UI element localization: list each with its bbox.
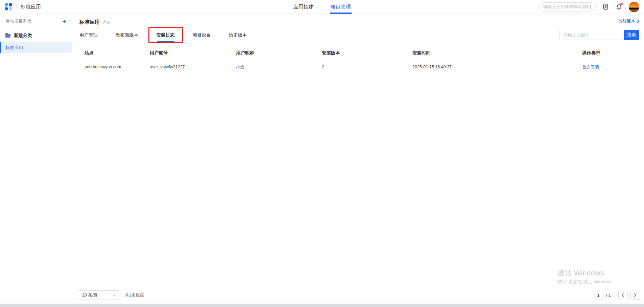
install-log-table: 站点 用户账号 用户昵称 安装版本 安装时间 操作类型 pub.baishuyu… bbox=[76, 46, 639, 74]
col-site: 站点 bbox=[76, 46, 150, 60]
contacts-icon[interactable] bbox=[602, 3, 609, 10]
cell-nickname: 小酒 bbox=[236, 60, 322, 74]
col-version: 安装版本 bbox=[322, 46, 412, 60]
current-version-link[interactable]: 当前版本 3 bbox=[618, 18, 639, 24]
cell-time: 2025-01-15 16:49:37 bbox=[412, 60, 582, 74]
table-header-row: 站点 用户账号 用户昵称 安装版本 安装时间 操作类型 bbox=[76, 46, 639, 60]
pagination-bar: 20 条/页 共1条数据 1 / 1 bbox=[78, 290, 640, 300]
app-logo[interactable]: 标准应用 bbox=[0, 3, 41, 10]
notification-bell-icon[interactable] bbox=[615, 3, 623, 10]
tab-install-log-label: 安装日志 bbox=[157, 32, 175, 38]
cell-site: pub.baishuyun.com bbox=[76, 60, 150, 74]
pager: 1 / 1 bbox=[594, 291, 640, 300]
table-row: pub.baishuyun.com user_vaiwfw31227 小酒 2 … bbox=[76, 60, 639, 74]
logo-icon bbox=[5, 3, 12, 10]
watermark-line2: 转到"设置"以激活 Windows。 bbox=[557, 279, 617, 285]
cell-account: user_vaiwfw31227 bbox=[150, 60, 236, 74]
windows-activation-watermark: 激活 Windows 转到"设置"以激活 Windows。 bbox=[557, 268, 617, 285]
nav-app-build[interactable]: 应用搭建 bbox=[293, 0, 314, 14]
sidebar-title: 发布项目列表 bbox=[5, 18, 32, 24]
bottom-strip bbox=[0, 304, 644, 307]
tab-install-log[interactable]: 安装日志 bbox=[157, 32, 175, 42]
topbar: 标准应用 应用搭建 项目管理 请输入应用或表单名称 bbox=[0, 0, 644, 14]
divider bbox=[16, 4, 17, 9]
sidebar-item-label: 标准应用 bbox=[5, 45, 23, 51]
keyword-input[interactable] bbox=[559, 30, 624, 40]
total-count-text: 共1条数据 bbox=[125, 292, 144, 298]
sidebar: 发布项目列表 + 新建分类 标准应用 bbox=[0, 14, 72, 304]
sidebar-category-new[interactable]: 新建分类 bbox=[0, 29, 72, 42]
folder-icon bbox=[5, 34, 10, 38]
current-page-box[interactable]: 1 bbox=[594, 291, 603, 300]
main-content: 标准应用 这是 当前版本 3 用户管理 发布新版本 安装日志 项目设置 历史版本… bbox=[72, 14, 644, 304]
cell-version: 2 bbox=[322, 60, 412, 74]
tab-history-versions[interactable]: 历史版本 bbox=[229, 32, 247, 42]
topbar-right: 请输入应用或表单名称 bbox=[538, 2, 644, 12]
content-header: 标准应用 这是 bbox=[72, 14, 644, 25]
watermark-line1: 激活 Windows bbox=[557, 268, 617, 278]
search-button[interactable]: 搜索 bbox=[624, 30, 639, 40]
page-title: 标准应用 bbox=[79, 19, 100, 25]
col-account: 用户账号 bbox=[150, 46, 236, 60]
global-search-placeholder: 请输入应用或表单名称 bbox=[543, 4, 587, 10]
user-avatar[interactable] bbox=[629, 2, 639, 12]
app-title: 标准应用 bbox=[21, 4, 41, 10]
col-nickname: 用户昵称 bbox=[236, 46, 322, 60]
tab-publish-version[interactable]: 发布新版本 bbox=[116, 32, 139, 42]
top-nav: 应用搭建 项目管理 bbox=[293, 0, 352, 14]
col-operation: 操作类型 bbox=[582, 46, 639, 60]
notification-badge bbox=[620, 3, 623, 5]
nav-project-manage[interactable]: 项目管理 bbox=[330, 0, 352, 14]
first-install-link[interactable]: 首次安装 bbox=[582, 65, 599, 69]
search-icon bbox=[587, 4, 592, 9]
sidebar-header: 发布项目列表 + bbox=[0, 14, 72, 29]
page-size-select[interactable]: 20 条/页 bbox=[78, 290, 120, 300]
page-subtitle: 这是 bbox=[102, 20, 111, 25]
cell-operation: 首次安装 bbox=[582, 60, 639, 74]
active-tab-underline bbox=[157, 41, 174, 42]
tabs-row: 用户管理 发布新版本 安装日志 项目设置 历史版本 bbox=[72, 32, 644, 42]
keyword-search: 搜索 bbox=[559, 30, 639, 40]
page-indicator: / 1 bbox=[606, 293, 611, 298]
page-size-value: 20 条/页 bbox=[82, 292, 98, 298]
category-label: 新建分类 bbox=[14, 32, 32, 39]
app-window: 标准应用 应用搭建 项目管理 请输入应用或表单名称 bbox=[0, 0, 644, 304]
chevron-down-icon bbox=[113, 294, 116, 297]
prev-page-button[interactable] bbox=[618, 291, 628, 300]
tab-project-settings[interactable]: 项目设置 bbox=[193, 32, 211, 42]
next-page-button[interactable] bbox=[630, 291, 640, 300]
add-project-button[interactable]: + bbox=[63, 18, 66, 25]
sidebar-item-standard-app[interactable]: 标准应用 bbox=[0, 42, 72, 53]
col-time: 安装时间 bbox=[412, 46, 582, 60]
global-search-input[interactable]: 请输入应用或表单名称 bbox=[538, 2, 596, 12]
tab-user-manage[interactable]: 用户管理 bbox=[79, 32, 98, 42]
